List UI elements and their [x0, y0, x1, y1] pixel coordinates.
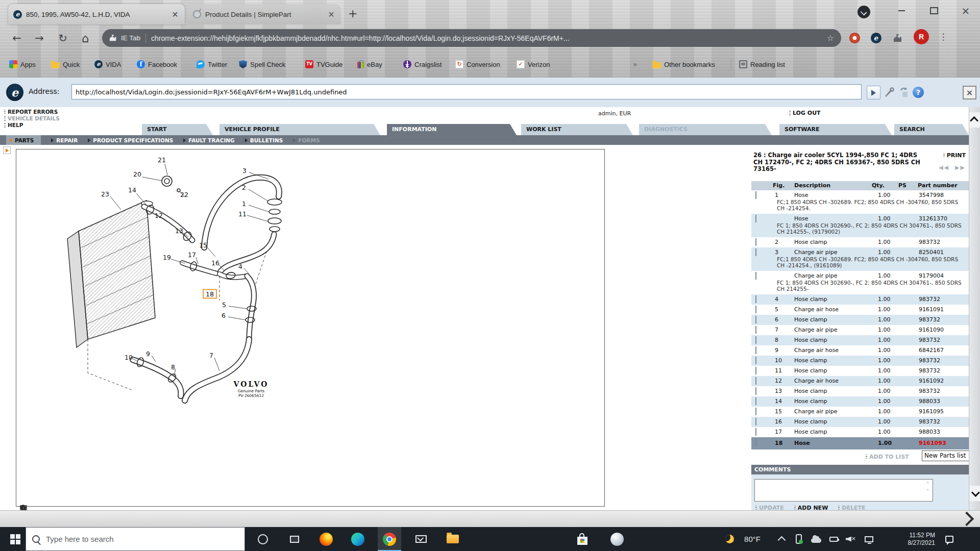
row-checkbox[interactable] — [755, 367, 756, 374]
forward-arrow-icon[interactable]: → — [31, 30, 48, 47]
go-button[interactable] — [867, 86, 880, 99]
diagram-callout-14[interactable]: 14 — [128, 186, 136, 194]
profile-avatar[interactable]: R — [914, 29, 929, 44]
tab-close-icon[interactable]: ✕ — [170, 10, 180, 19]
browser-tab-simplepart[interactable]: Product Details | SimplePart ✕ — [188, 4, 341, 24]
subnav-product-specifications[interactable]: PRODUCT SPECIFICATIONS — [88, 135, 173, 145]
bookmark-twitter[interactable]: Twitter — [197, 57, 227, 71]
row-checkbox[interactable] — [755, 295, 756, 303]
window-minimize-button[interactable] — [889, 3, 914, 18]
parts-row[interactable]: 15Charge air pipe1.009161095 — [751, 407, 969, 417]
extensions-puzzle-icon[interactable] — [890, 31, 904, 45]
new-parts-list-dropdown[interactable]: New Parts list — [922, 450, 971, 461]
horizontal-scrollbar[interactable] — [0, 510, 980, 527]
parts-row[interactable]: 14Hose clamp1.00988033 — [751, 396, 969, 407]
row-checkbox[interactable] — [755, 306, 756, 313]
cortana-button[interactable] — [251, 527, 275, 551]
tab-vehicle-profile[interactable]: VEHICLE PROFILE — [219, 124, 380, 135]
diagram-callout-19[interactable]: 19 — [163, 254, 171, 261]
diagram-callout-17[interactable]: 17 — [188, 251, 196, 259]
row-checkbox[interactable] — [755, 408, 756, 415]
parts-row[interactable]: 4Hose clamp1.00983732 — [751, 294, 969, 305]
row-checkbox[interactable] — [755, 336, 756, 344]
row-checkbox[interactable] — [755, 248, 756, 256]
row-checkbox[interactable] — [755, 238, 756, 246]
diagram-callout-11[interactable]: 11 — [238, 210, 247, 218]
textarea-spinner-icons[interactable]: ⌃⌄ — [926, 482, 930, 491]
extension-red-icon[interactable] — [847, 31, 862, 45]
row-checkbox[interactable] — [755, 191, 756, 199]
vertical-scrollbar[interactable] — [969, 107, 980, 510]
tab-information[interactable]: INFORMATION — [387, 124, 517, 135]
chrome-button[interactable] — [378, 527, 401, 551]
pager-next-icon[interactable]: ▶▶ — [955, 164, 966, 171]
parts-row[interactable]: 9Charge air hose1.006842167 — [751, 345, 969, 356]
parts-row[interactable]: Hose1.0031261370FC 1; 850 4DRS CH 302690… — [751, 214, 969, 237]
parts-row[interactable]: 1Hose1.003547998FC;1 850 4DRS CH -302689… — [751, 190, 969, 214]
pager-prev-icon[interactable]: ◀◀ — [939, 164, 949, 171]
add-to-list-button[interactable]: ADD TO LIST — [866, 454, 909, 460]
parts-row[interactable]: 6Hose clamp1.00983732 — [751, 315, 969, 325]
row-checkbox[interactable] — [755, 397, 756, 405]
bookmark-facebook[interactable]: fFacebook — [137, 57, 177, 71]
ietab-close-icon[interactable]: × — [963, 86, 976, 99]
row-checkbox[interactable] — [755, 428, 756, 436]
diagram-callout-2[interactable]: 2 — [242, 184, 246, 191]
tab-search-icon[interactable] — [857, 6, 870, 18]
tab-diagnostics[interactable]: DIAGNOSTICS — [639, 124, 772, 135]
parts-row[interactable]: 2Hose clamp1.00983732 — [751, 237, 969, 247]
search-input[interactable] — [45, 534, 231, 544]
parts-row[interactable]: 10Hose clamp1.00983732 — [751, 356, 969, 366]
subnav-repair[interactable]: REPAIR — [51, 135, 78, 145]
diagram-callout-16[interactable]: 16 — [211, 259, 219, 267]
bookmark-conversion[interactable]: ↻Conversion — [455, 57, 500, 71]
row-checkbox[interactable] — [755, 418, 756, 425]
diagram-callout-9[interactable]: 9 — [146, 350, 150, 358]
diagram-callout-21[interactable]: 21 — [158, 156, 166, 164]
row-checkbox[interactable] — [755, 387, 756, 395]
tab-search[interactable]: SEARCH — [894, 124, 969, 135]
parts-row[interactable]: 12Charge air hose1.009161092 — [751, 376, 969, 386]
window-close-button[interactable]: × — [953, 3, 978, 18]
diagram-callout-23[interactable]: 23 — [101, 190, 109, 198]
diagram-callout-6[interactable]: 6 — [222, 312, 226, 319]
parts-row[interactable]: Charge air pipe1.009179004FC 1; 850 4DRS… — [751, 271, 969, 294]
back-arrow-icon[interactable]: ← — [8, 30, 26, 47]
parts-row[interactable]: 5Charge air hose1.009161091 — [751, 305, 969, 315]
parts-row[interactable]: 7Charge air pipe1.009161090 — [751, 325, 969, 335]
omnibox-url[interactable]: chrome-extension://hehijbfgiekmjfkfjpbkb… — [151, 34, 823, 42]
parts-row[interactable]: 18Hose1.009161093 — [751, 437, 969, 449]
row-checkbox[interactable] — [755, 346, 756, 354]
row-checkbox[interactable] — [755, 215, 756, 222]
diagram-callout-8[interactable]: 8 — [171, 363, 175, 371]
subnav-fault-tracing[interactable]: FAULT TRACING — [183, 135, 234, 145]
print-button[interactable]: PRINT — [943, 152, 966, 159]
row-checkbox[interactable] — [755, 377, 756, 385]
temperature-label[interactable]: 80°F — [739, 527, 766, 551]
clock[interactable]: 11:52 PM 8/27/2021 — [879, 527, 935, 551]
edge-button[interactable] — [346, 527, 370, 551]
new-tab-button[interactable]: + — [348, 7, 357, 20]
reload-icon[interactable]: ↻ — [54, 30, 71, 47]
tab-software[interactable]: SOFTWARE — [779, 124, 892, 135]
row-checkbox[interactable] — [755, 316, 756, 323]
parts-row[interactable]: 11Hose clamp1.00983732 — [751, 366, 969, 376]
diagram-callout-4[interactable]: 4 — [238, 263, 242, 270]
subnav-parts[interactable]: PARTS — [6, 135, 41, 145]
row-checkbox[interactable] — [755, 272, 756, 280]
diagram-callout-5[interactable]: 5 — [222, 301, 226, 309]
weather-button[interactable] — [721, 527, 738, 551]
bookmark-ebay[interactable]: eBay — [357, 57, 382, 71]
volume-button[interactable] — [843, 527, 859, 551]
diagram-callout-3[interactable]: 3 — [242, 167, 247, 174]
bookmarks-overflow-icon[interactable]: » — [633, 57, 638, 71]
parts-row[interactable]: 17Hose clamp1.00988033 — [751, 427, 969, 437]
scroll-up-icon[interactable] — [969, 112, 980, 128]
tab-close-icon[interactable]: ✕ — [327, 10, 336, 19]
diagram-callout-12[interactable]: 12 — [155, 212, 163, 219]
diagram-callout-15[interactable]: 15 — [199, 241, 207, 249]
bookmark-apps[interactable]: Apps — [9, 57, 36, 71]
file-explorer-button[interactable] — [441, 527, 464, 551]
store-button[interactable] — [571, 527, 594, 551]
tray-overflow-button[interactable] — [776, 527, 789, 551]
